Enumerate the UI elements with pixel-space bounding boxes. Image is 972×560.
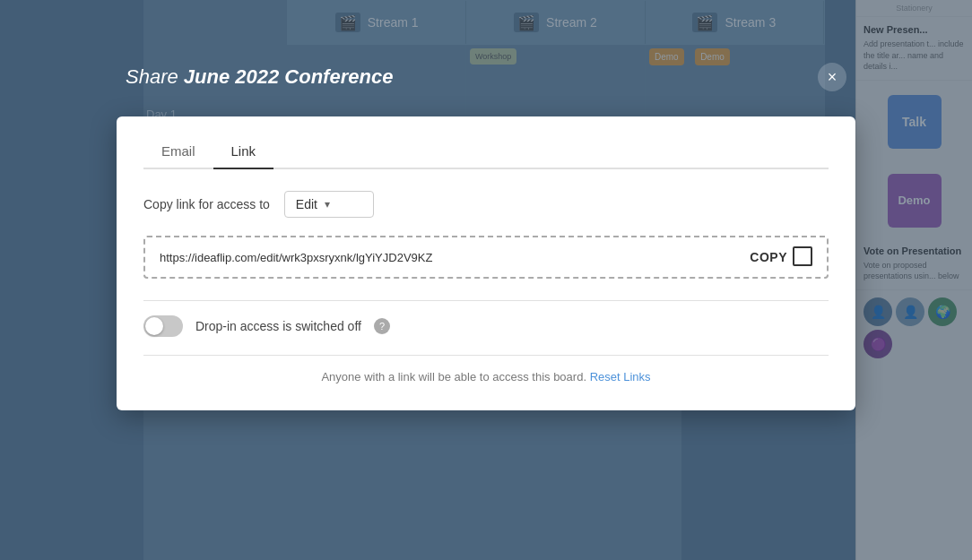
modal-footer: Anyone with a link will be able to acces… bbox=[143, 355, 829, 383]
url-text: https://ideaflip.com/edit/wrk3pxsryxnk/l… bbox=[160, 251, 750, 264]
modal-body: Email Link Copy link for access to Edit … bbox=[117, 116, 855, 410]
url-box: https://ideaflip.com/edit/wrk3pxsryxnk/l… bbox=[143, 236, 829, 279]
tab-email[interactable]: Email bbox=[143, 134, 213, 169]
reset-links-button[interactable]: Reset Links bbox=[590, 370, 651, 383]
copy-link-row: Copy link for access to Edit ▾ bbox=[143, 191, 829, 218]
footer-text: Anyone with a link will be able to acces… bbox=[321, 370, 586, 383]
access-dropdown[interactable]: Edit ▾ bbox=[284, 191, 374, 218]
copy-icon bbox=[794, 248, 812, 266]
toggle-row: Drop-in access is switched off ? bbox=[143, 315, 829, 337]
drop-in-toggle[interactable] bbox=[143, 315, 183, 337]
access-selected-value: Edit bbox=[296, 197, 317, 211]
copy-link-label: Copy link for access to bbox=[143, 197, 270, 211]
modal-close-button[interactable]: × bbox=[818, 63, 846, 91]
modal-title: Share June 2022 Conference bbox=[126, 65, 393, 89]
copy-button[interactable]: COPY bbox=[750, 248, 812, 266]
toggle-label: Drop-in access is switched off bbox=[195, 319, 361, 333]
share-prefix: Share bbox=[126, 65, 184, 88]
modal-title-bar: Share June 2022 Conference × bbox=[117, 63, 855, 91]
chevron-down-icon: ▾ bbox=[325, 198, 330, 211]
help-icon[interactable]: ? bbox=[374, 318, 390, 334]
copy-button-label: COPY bbox=[750, 250, 787, 264]
share-modal: Email Link Copy link for access to Edit … bbox=[117, 116, 855, 410]
divider-1 bbox=[143, 300, 829, 301]
modal-tabs: Email Link bbox=[143, 134, 829, 169]
tab-link[interactable]: Link bbox=[213, 134, 274, 169]
conference-title: June 2022 Conference bbox=[184, 65, 394, 88]
